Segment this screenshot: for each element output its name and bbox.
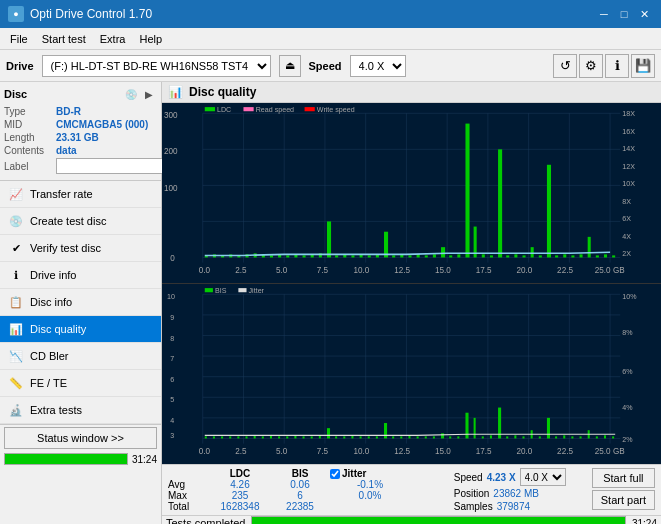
svg-text:100: 100 (164, 183, 178, 192)
drivebar: Drive (F:) HL-DT-ST BD-RE WH16NS58 TST4 … (0, 50, 661, 82)
disc-type-label: Type (4, 106, 56, 117)
start-full-button[interactable]: Start full (592, 468, 655, 488)
svg-text:12.5: 12.5 (394, 266, 410, 275)
nav-create-test-disc-label: Create test disc (30, 215, 106, 227)
svg-rect-42 (408, 255, 411, 257)
svg-rect-161 (555, 437, 557, 439)
titlebar: ● Opti Drive Control 1.70 ─ □ ✕ (0, 0, 661, 28)
svg-rect-138 (368, 437, 370, 439)
action-buttons: Start full Start part (592, 468, 655, 510)
nav-create-test-disc[interactable]: 💿 Create test disc (0, 208, 161, 235)
chart-header-icon: 📊 (168, 85, 183, 99)
app-icon: ● (8, 6, 24, 22)
nav-disc-quality[interactable]: 📊 Disc quality (0, 316, 161, 343)
svg-rect-45 (433, 254, 436, 257)
stats-bis-header: BIS (270, 468, 330, 479)
svg-text:LDC: LDC (217, 106, 231, 114)
svg-rect-51 (482, 254, 485, 257)
svg-text:22.5: 22.5 (557, 266, 573, 275)
menu-start-test[interactable]: Start test (36, 31, 92, 47)
svg-rect-154 (498, 408, 501, 439)
minimize-button[interactable]: ─ (595, 6, 613, 22)
disc-length-label: Length (4, 132, 56, 143)
menu-help[interactable]: Help (133, 31, 168, 47)
status-time: 31:24 (132, 454, 157, 465)
svg-rect-153 (490, 436, 492, 439)
nav-verify-test-disc[interactable]: ✔ Verify test disc (0, 235, 161, 262)
refresh-button[interactable]: ↺ (553, 54, 577, 78)
disc-contents-row: Contents data (4, 145, 157, 156)
svg-text:17.5: 17.5 (476, 266, 492, 275)
content-area: 📊 Disc quality (162, 82, 661, 524)
status-progress-bar (4, 453, 128, 465)
svg-rect-37 (368, 255, 371, 257)
info-button[interactable]: ℹ (605, 54, 629, 78)
speed-select[interactable]: 4.0 X (350, 55, 406, 77)
svg-rect-157 (523, 437, 525, 439)
svg-text:12X: 12X (622, 163, 635, 171)
speed-select-control[interactable]: 4.0 X (520, 468, 566, 486)
svg-text:9: 9 (170, 314, 174, 322)
status-window-button[interactable]: Status window >> (4, 427, 157, 449)
svg-rect-193 (205, 288, 213, 292)
svg-rect-25 (270, 255, 273, 257)
svg-text:6%: 6% (622, 368, 633, 376)
svg-rect-53 (498, 149, 502, 257)
stats-speed-row: Speed 4.23 X 4.0 X (454, 468, 584, 486)
stats-jitter-avg: -0.1% (330, 479, 410, 490)
drive-select[interactable]: (F:) HL-DT-ST BD-RE WH16NS58 TST4 (42, 55, 271, 77)
verify-test-disc-icon: ✔ (8, 240, 24, 256)
svg-rect-149 (457, 437, 459, 439)
svg-text:8X: 8X (622, 198, 631, 206)
svg-text:10: 10 (167, 294, 175, 302)
svg-rect-195 (238, 288, 246, 292)
nav-drive-info[interactable]: ℹ Drive info (0, 262, 161, 289)
svg-text:22.5: 22.5 (557, 447, 573, 456)
svg-rect-152 (482, 437, 484, 439)
samples-value: 379874 (497, 501, 530, 512)
svg-rect-32 (327, 221, 331, 257)
svg-text:2.5: 2.5 (235, 266, 247, 275)
svg-text:16X: 16X (622, 128, 635, 136)
start-part-button[interactable]: Start part (592, 490, 655, 510)
svg-rect-141 (392, 437, 394, 439)
svg-text:25.0 GB: 25.0 GB (595, 447, 625, 456)
nav-cd-bler[interactable]: 📉 CD Bler (0, 343, 161, 370)
svg-rect-146 (433, 437, 435, 439)
close-button[interactable]: ✕ (635, 6, 653, 22)
eject-button[interactable]: ⏏ (279, 55, 301, 77)
svg-rect-144 (417, 437, 419, 439)
nav-extra-tests[interactable]: 🔬 Extra tests (0, 397, 161, 424)
svg-rect-63 (580, 254, 583, 257)
save-button[interactable]: 💾 (631, 54, 655, 78)
menu-file[interactable]: File (4, 31, 34, 47)
svg-rect-47 (449, 255, 452, 257)
svg-text:2X: 2X (622, 250, 631, 258)
create-test-disc-icon: 💿 (8, 213, 24, 229)
svg-rect-168 (612, 437, 614, 439)
nav-transfer-rate[interactable]: 📈 Transfer rate (0, 181, 161, 208)
svg-text:25.0 GB: 25.0 GB (595, 266, 625, 275)
svg-text:12.5: 12.5 (394, 447, 410, 456)
svg-rect-148 (449, 437, 451, 439)
svg-rect-135 (343, 437, 345, 439)
chart-header: 📊 Disc quality (162, 82, 661, 103)
jitter-checkbox[interactable] (330, 469, 340, 479)
menubar: File Start test Extra Help (0, 28, 661, 50)
progress-fill-bottom (252, 517, 624, 524)
settings-button[interactable]: ⚙ (579, 54, 603, 78)
nav-fe-te[interactable]: 📏 FE / TE (0, 370, 161, 397)
svg-text:14X: 14X (622, 145, 635, 153)
menu-extra[interactable]: Extra (94, 31, 132, 47)
sidebar: Disc 💿 ▶ Type BD-R MID CMCMAGBA5 (000) L… (0, 82, 162, 524)
nav-disc-info[interactable]: 📋 Disc info (0, 289, 161, 316)
svg-rect-55 (514, 254, 517, 257)
disc-header: Disc 💿 ▶ (4, 86, 157, 102)
svg-text:7.5: 7.5 (317, 266, 329, 275)
svg-text:5: 5 (170, 397, 174, 405)
maximize-button[interactable]: □ (615, 6, 633, 22)
svg-rect-118 (205, 437, 207, 439)
svg-rect-139 (376, 437, 378, 439)
svg-rect-96 (305, 107, 315, 111)
svg-rect-119 (213, 437, 215, 439)
